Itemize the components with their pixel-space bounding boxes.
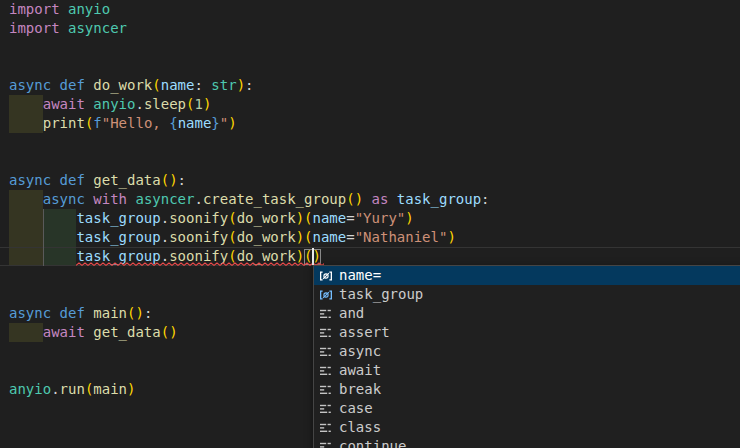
code-line[interactable]: [0, 57, 740, 76]
code-token: with: [93, 191, 135, 207]
code-token: task_group: [397, 191, 481, 207]
code-token: =: [346, 229, 354, 245]
code-token: ): [169, 324, 177, 340]
code-token: main: [93, 305, 127, 321]
symbol-keyword-icon: [318, 439, 334, 448]
suggestion-label: and: [339, 304, 364, 323]
code-line[interactable]: async def get_data():: [0, 171, 740, 190]
code-line[interactable]: print(f"Hello, {name}"): [0, 114, 740, 133]
suggestion-label: task_group: [339, 285, 423, 304]
code-token: def: [60, 172, 94, 188]
code-token: str: [211, 77, 236, 93]
code-token: "Yury": [355, 210, 406, 226]
code-line[interactable]: async with asyncer.create_task_group() a…: [0, 190, 740, 209]
suggestion-label: continue: [339, 437, 406, 448]
code-token: asyncer: [68, 20, 127, 36]
suggestion-item[interactable]: assert: [314, 323, 740, 342]
code-token: ): [237, 77, 245, 93]
symbol-keyword-icon: [318, 420, 334, 436]
code-token: (: [161, 172, 169, 188]
code-token: [9, 324, 43, 340]
code-token: ): [203, 96, 211, 112]
code-token: [9, 96, 43, 112]
suggestion-item[interactable]: case: [314, 399, 740, 418]
code-token: asyncer: [135, 191, 194, 207]
code-token: [60, 20, 68, 36]
suggestion-item[interactable]: name=: [314, 266, 740, 285]
code-token: get_data: [93, 172, 160, 188]
suggestion-label: name=: [339, 266, 381, 285]
suggestion-label: break: [339, 380, 381, 399]
code-token: ): [355, 191, 363, 207]
code-token: :: [245, 77, 253, 93]
code-token: ": [220, 115, 228, 131]
code-token: anyio: [9, 381, 51, 397]
code-token: (: [304, 210, 312, 226]
code-token: ): [447, 229, 455, 245]
symbol-keyword-icon: [318, 344, 334, 360]
suggestion-item[interactable]: break: [314, 380, 740, 399]
code-token: soonify: [169, 210, 228, 226]
code-token: name: [161, 77, 195, 93]
code-line[interactable]: task_group.soonify(do_work)(name="Nathan…: [0, 228, 740, 247]
code-line[interactable]: async def do_work(name: str):: [0, 76, 740, 95]
code-token: (: [346, 191, 354, 207]
symbol-keyword-icon: [318, 401, 334, 417]
code-token: .: [194, 191, 202, 207]
code-line[interactable]: [0, 133, 740, 152]
code-token: await: [43, 324, 94, 340]
code-line[interactable]: import asyncer: [0, 19, 740, 38]
code-token: :: [144, 305, 152, 321]
suggestion-item[interactable]: await: [314, 361, 740, 380]
code-line[interactable]: await anyio.sleep(1): [0, 95, 740, 114]
code-token: [9, 115, 43, 131]
code-token: :: [178, 172, 186, 188]
current-line-border-top: [0, 247, 740, 248]
code-token: :: [194, 77, 211, 93]
code-token: soonify: [169, 229, 228, 245]
suggestion-item[interactable]: class: [314, 418, 740, 437]
code-token: (: [161, 324, 169, 340]
code-line[interactable]: import anyio: [0, 0, 740, 19]
code-token: {: [169, 115, 177, 131]
error-squiggle: [76, 262, 324, 267]
suggestion-item[interactable]: async: [314, 342, 740, 361]
code-token: do_work: [93, 77, 152, 93]
suggestion-label: async: [339, 342, 381, 361]
code-token: name: [313, 229, 347, 245]
suggestion-label: case: [339, 399, 373, 418]
suggestion-item[interactable]: task_group: [314, 285, 740, 304]
code-line[interactable]: task_group.soonify(do_work)(name="Yury"): [0, 209, 740, 228]
code-line[interactable]: [0, 152, 740, 171]
code-token: :: [481, 191, 489, 207]
suggestion-list: name=task_groupandassertasyncawaitbreakc…: [314, 266, 740, 448]
code-token: get_data: [93, 324, 160, 340]
code-token: task_group: [76, 210, 160, 226]
code-token: run: [60, 381, 85, 397]
symbol-variable-icon: [318, 268, 334, 284]
text-cursor: [312, 248, 314, 265]
suggestion-item[interactable]: and: [314, 304, 740, 323]
code-token: }: [211, 115, 219, 131]
code-token: ): [127, 381, 135, 397]
code-token: .: [51, 381, 59, 397]
code-token: name: [178, 115, 212, 131]
code-token: "Hello,: [102, 115, 169, 131]
code-token: (: [152, 77, 160, 93]
code-token: async: [9, 305, 60, 321]
code-token: do_work: [237, 210, 296, 226]
code-token: async: [9, 77, 60, 93]
autocomplete-popup: name=task_groupandassertasyncawaitbreakc…: [313, 265, 740, 448]
symbol-keyword-icon: [318, 306, 334, 322]
suggestion-item[interactable]: continue: [314, 437, 740, 448]
code-token: .: [135, 96, 143, 112]
code-token: import: [9, 1, 60, 17]
code-token: anyio: [68, 1, 110, 17]
code-token: ): [296, 210, 304, 226]
code-token: do_work: [237, 229, 296, 245]
code-token: name: [313, 210, 347, 226]
suggestion-label: class: [339, 418, 381, 437]
code-line[interactable]: [0, 38, 740, 57]
symbol-keyword-icon: [318, 363, 334, 379]
code-token: await: [43, 96, 94, 112]
